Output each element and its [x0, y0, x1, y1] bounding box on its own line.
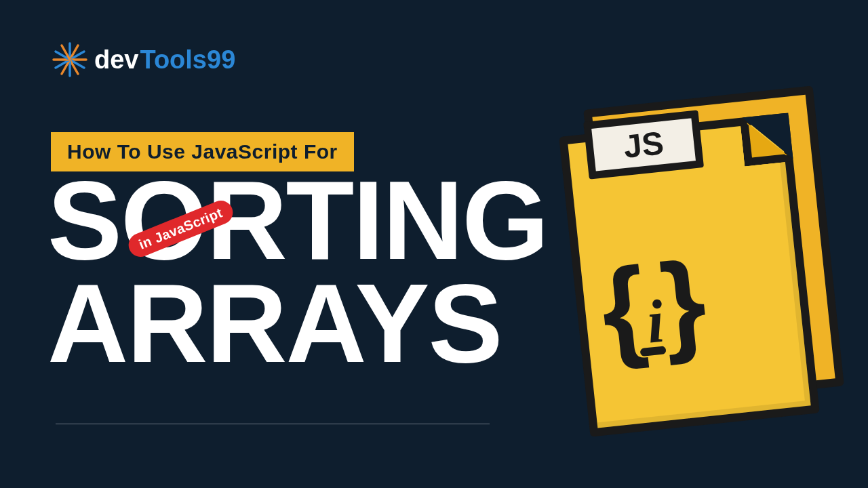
js-file-illustration: JS { i }: [556, 85, 847, 443]
hero-banner: dev Tools 99 How To Use JavaScript For S…: [0, 0, 868, 488]
logo-99-text: 99: [207, 45, 235, 75]
js-label-tag: JS: [583, 110, 704, 179]
main-heading: SORTING ARRAYS: [47, 169, 548, 375]
info-i-icon: i: [644, 291, 658, 352]
heading-underline: [56, 424, 490, 424]
logo-dev-text: dev: [94, 45, 138, 75]
heading-line-1: SORTING: [47, 169, 548, 272]
file-code-icon: { i }: [596, 245, 703, 366]
logo-text: dev Tools 99: [94, 45, 235, 75]
heading-line-2: ARRAYS: [47, 272, 548, 375]
logo-burst-icon: [51, 41, 89, 79]
logo-tools-text: Tools: [140, 45, 207, 75]
brand-logo: dev Tools 99: [51, 41, 235, 79]
